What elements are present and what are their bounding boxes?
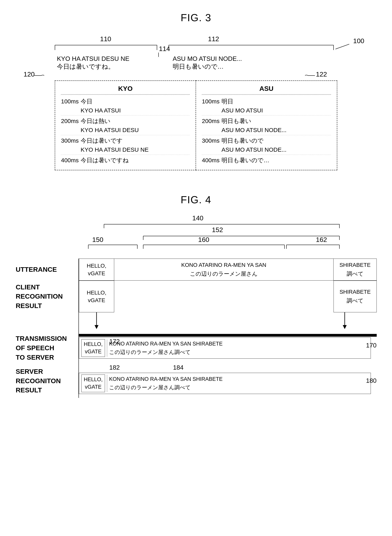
fig4-grid: UTTERANCE HELLO, vGATE KONO ATARINO RA-M… bbox=[16, 259, 377, 398]
fig3-boxes: KYO 100ms 今日 KYO HA ATSUI 200ms 今日は熱い KY… bbox=[16, 80, 376, 170]
fig3-left-row-1: 100ms 今日 bbox=[61, 98, 190, 106]
fig4-ref-184: 184 bbox=[173, 364, 183, 371]
svg-text:今日は暑いですね。: 今日は暑いですね。 bbox=[57, 63, 114, 70]
svg-text:120: 120 bbox=[23, 70, 35, 78]
fig4-thick-bar bbox=[79, 334, 377, 337]
fig4-client-cell-hello: HELLO, vGATE bbox=[79, 280, 114, 312]
svg-text:114: 114 bbox=[159, 45, 170, 52]
svg-text:ASU  MO ATSUI NODE...: ASU MO ATSUI NODE... bbox=[173, 55, 242, 62]
fig4-server-row: 182 184 HELLO, vGATE KONO ATARINO RA-MEN… bbox=[79, 364, 377, 398]
fig3-box-left: KYO 100ms 今日 KYO HA ATSUI 200ms 今日は熱い KY… bbox=[55, 80, 196, 170]
svg-line-1 bbox=[336, 44, 349, 49]
fig4-diagram: 140 152 150 160 162 bbox=[16, 214, 377, 398]
svg-marker-41 bbox=[95, 325, 98, 329]
fig4-ref-180: 180 bbox=[366, 376, 377, 385]
fig4-section: FIG. 4 140 152 150 160 bbox=[16, 194, 376, 398]
svg-text:KYO HA ATSUI DESU NE: KYO HA ATSUI DESU NE bbox=[57, 55, 129, 62]
fig3-box-right-header: ASU bbox=[202, 85, 331, 95]
svg-marker-43 bbox=[343, 325, 347, 329]
fig4-utterance-cell-150: HELLO, vGATE bbox=[79, 259, 114, 280]
fig3-right-row-4: 400ms 明日も暑いので… bbox=[202, 156, 331, 164]
svg-text:152: 152 bbox=[212, 226, 223, 233]
fig4-server-cell-right: KONO ATARINO RA-MEN YA SAN SHIRABETE この辺… bbox=[107, 375, 223, 392]
fig4-trans-cell-right: KONO ATARINO RA-MEN YA SAN SHIRABETE この辺… bbox=[107, 340, 223, 356]
fig3-section: FIG. 3 100 110 112 114 bbox=[16, 12, 376, 170]
fig4-transmission-row: 172 HELLO, vGATE KONO ATARINO RA-MEN YA … bbox=[79, 332, 377, 364]
svg-text:122: 122 bbox=[316, 70, 327, 78]
fig4-transmission-label: TRANSMISSIONOF SPEECHTO SERVER bbox=[16, 332, 79, 364]
fig3-left-row-2: 200ms 今日は熱い bbox=[61, 117, 190, 125]
fig4-client-label: CLIENTRECOGNITIONRESULT bbox=[16, 280, 79, 312]
svg-text:100: 100 bbox=[353, 37, 364, 45]
svg-text:110: 110 bbox=[100, 35, 111, 42]
svg-text:150: 150 bbox=[92, 236, 103, 243]
fig3-right-row-1: 100ms 明日 bbox=[202, 98, 331, 106]
fig4-utterance-cell-160: KONO ATARINO RA-MEN YA SAN この辺りのラーメン屋さん bbox=[114, 259, 334, 280]
fig3-box-left-header: KYO bbox=[61, 85, 190, 95]
fig4-server-cell-left: HELLO, vGATE bbox=[81, 374, 105, 392]
fig3-left-row-4: 400ms 今日は暑いですね bbox=[61, 156, 190, 164]
fig4-arrows-svg bbox=[79, 312, 377, 332]
fig3-left-row-3: 300ms 今日は暑いです bbox=[61, 137, 190, 145]
fig4-client-cell-shirabete: SHIRABETE 調べて bbox=[334, 280, 377, 312]
fig4-trans-cell-left: HELLO, vGATE bbox=[81, 339, 105, 357]
svg-text:162: 162 bbox=[316, 236, 327, 243]
fig4-braces-svg: 140 152 150 160 162 bbox=[16, 214, 377, 257]
fig3-title: FIG. 3 bbox=[16, 12, 376, 23]
fig4-title: FIG. 4 bbox=[16, 194, 376, 206]
fig4-utterance-cell-162: SHIRABETE 調べて bbox=[334, 259, 377, 280]
fig4-ref-182: 182 bbox=[109, 364, 120, 371]
fig3-right-row-3: 300ms 明日も暑いので bbox=[202, 137, 331, 145]
fig4-server-label: SERVERRECOGNITONRESULT bbox=[16, 364, 79, 398]
svg-text:明日も暑いので…: 明日も暑いので… bbox=[173, 63, 224, 70]
fig3-top-svg: 100 110 112 114 KYO HA ATSUI DESU NE bbox=[16, 31, 377, 86]
fig3-box-right: ASU 100ms 明日 ASU MO ATSUI 200ms 明日も暑い AS… bbox=[196, 80, 337, 170]
fig4-arrow-label-spacer bbox=[16, 312, 79, 332]
fig4-utterance-label: UTTERANCE bbox=[16, 259, 79, 280]
fig4-ref-170: 170 bbox=[366, 340, 377, 350]
fig3-right-row-2: 200ms 明日も暑い bbox=[202, 117, 331, 125]
fig4-client-cell-empty bbox=[114, 280, 334, 312]
fig4-client-cells: HELLO, vGATE SHIRABETE 調べて bbox=[79, 280, 377, 312]
svg-text:140: 140 bbox=[192, 214, 203, 222]
fig4-arrows-row bbox=[79, 312, 377, 332]
svg-text:112: 112 bbox=[208, 35, 219, 42]
fig4-utterance-cells: HELLO, vGATE KONO ATARINO RA-MEN YA SAN … bbox=[79, 259, 377, 280]
fig4-transmission-box-170: HELLO, vGATE KONO ATARINO RA-MEN YA SAN … bbox=[79, 337, 371, 359]
svg-text:160: 160 bbox=[198, 236, 209, 243]
fig4-server-box-180: HELLO, vGATE KONO ATARINO RA-MEN YA SAN … bbox=[79, 373, 371, 394]
